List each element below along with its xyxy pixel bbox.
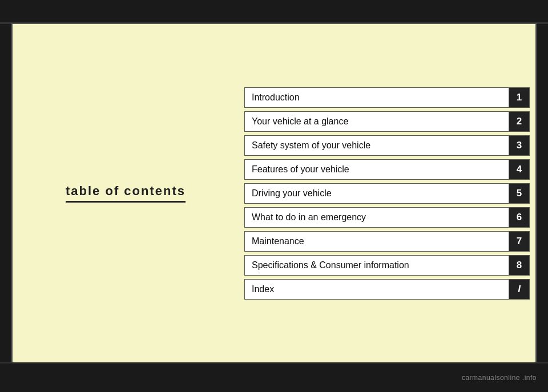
- toc-item-safety[interactable]: Safety system of your vehicle: [244, 135, 509, 156]
- toc-row-intro[interactable]: Introduction 1: [244, 87, 530, 108]
- left-panel: table of contents: [13, 172, 239, 214]
- toc-number-maintenance: 7: [509, 231, 530, 252]
- toc-item-intro[interactable]: Introduction: [244, 87, 509, 108]
- toc-number-index: I: [509, 279, 530, 300]
- toc-item-specs[interactable]: Specifications & Consumer information: [244, 255, 509, 276]
- toc-number-glance: 2: [509, 111, 530, 132]
- toc-item-glance[interactable]: Your vehicle at a glance: [244, 111, 509, 132]
- watermark: carmanualsonline .info: [462, 374, 537, 382]
- table-of-contents-label: table of contents: [66, 184, 186, 203]
- toc-number-safety: 3: [509, 135, 530, 156]
- toc-row-features[interactable]: Features of your vehicle 4: [244, 159, 530, 180]
- toc-item-driving[interactable]: Driving your vehicle: [244, 183, 509, 204]
- toc-list: Introduction 1 Your vehicle at a glance …: [239, 76, 535, 311]
- toc-item-index[interactable]: Index: [244, 279, 509, 300]
- toc-row-maintenance[interactable]: Maintenance 7: [244, 231, 530, 252]
- top-bar: [0, 0, 548, 23]
- toc-number-emergency: 6: [509, 207, 530, 228]
- toc-item-maintenance[interactable]: Maintenance: [244, 231, 509, 252]
- toc-number-specs: 8: [509, 255, 530, 276]
- toc-number-features: 4: [509, 159, 530, 180]
- toc-number-driving: 5: [509, 183, 530, 204]
- toc-row-specs[interactable]: Specifications & Consumer information 8: [244, 255, 530, 276]
- toc-item-features[interactable]: Features of your vehicle: [244, 159, 509, 180]
- toc-row-index[interactable]: Index I: [244, 279, 530, 300]
- bottom-bar: carmanualsonline .info: [0, 363, 548, 392]
- toc-row-glance[interactable]: Your vehicle at a glance 2: [244, 111, 530, 132]
- toc-item-emergency[interactable]: What to do in an emergency: [244, 207, 509, 228]
- main-content: table of contents Introduction 1 Your ve…: [11, 23, 537, 363]
- toc-row-safety[interactable]: Safety system of your vehicle 3: [244, 135, 530, 156]
- toc-row-driving[interactable]: Driving your vehicle 5: [244, 183, 530, 204]
- toc-row-emergency[interactable]: What to do in an emergency 6: [244, 207, 530, 228]
- toc-number-intro: 1: [509, 87, 530, 108]
